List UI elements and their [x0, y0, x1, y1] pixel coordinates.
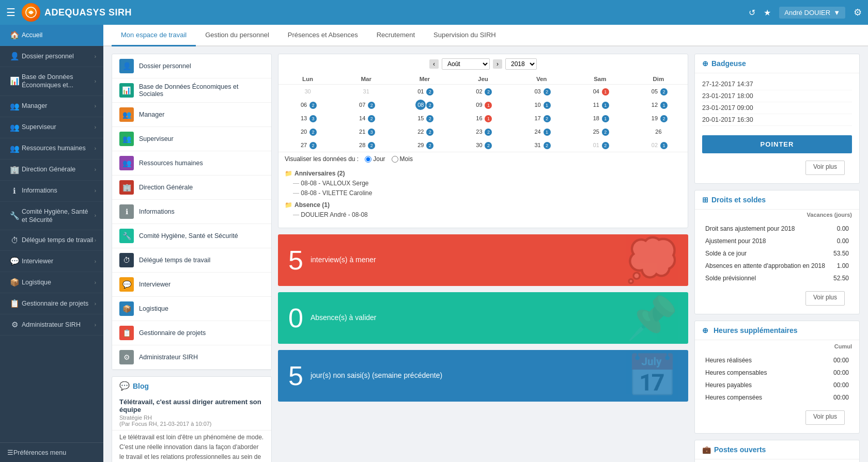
- cal-day[interactable]: 01: [591, 140, 601, 150]
- calendar-month-select[interactable]: Août JanvierFévrierMars AvrilMaiJuin Jui…: [442, 58, 490, 70]
- cal-day[interactable]: 11: [591, 100, 601, 110]
- cal-day[interactable]: 26: [653, 126, 663, 137]
- preferences-menu-button[interactable]: ☰ Préférences menu: [0, 443, 103, 462]
- cal-day[interactable]: 25: [591, 126, 601, 137]
- cal-day[interactable]: 30: [474, 140, 484, 150]
- sidebar-item-ressources[interactable]: 👥 Ressources humaines ›: [0, 138, 103, 160]
- cal-day[interactable]: 23: [474, 126, 484, 137]
- quick-menu-item-interviewer[interactable]: 💬 Interviewer: [112, 273, 271, 297]
- sidebar-item-superviseur[interactable]: 👥 Superviseur ›: [0, 117, 103, 138]
- tab-gestion-personnel[interactable]: Gestion du personnel: [196, 25, 278, 46]
- sidebar-item-manager[interactable]: 👥 Manager ›: [0, 96, 103, 117]
- sidebar-item-dossier-personnel[interactable]: 👤 Dossier personnel ›: [0, 46, 103, 67]
- quick-menu-item-gestionnaire[interactable]: 📋 Gestionnaire de projets: [112, 321, 271, 345]
- cal-day[interactable]: 28: [357, 140, 367, 150]
- cal-day[interactable]: 05: [649, 86, 660, 97]
- calendar-next-button[interactable]: ›: [493, 59, 502, 69]
- star-icon[interactable]: ★: [764, 8, 771, 18]
- quick-menu-item-dg[interactable]: 🏢 Direction Générale: [112, 176, 271, 200]
- quick-menu-item-logistique[interactable]: 📦 Logistique: [112, 297, 271, 321]
- cal-radio-mois[interactable]: Mois: [392, 155, 413, 163]
- user-icon: 👤: [7, 52, 22, 61]
- cal-day[interactable]: 20: [299, 126, 309, 137]
- quick-menu-item-manager[interactable]: 👥 Manager: [112, 103, 271, 127]
- droits-row-value: 0.00: [831, 223, 851, 234]
- sidebar-item-logistique[interactable]: 📦 Logistique ›: [0, 272, 103, 293]
- cal-day[interactable]: 29: [415, 140, 426, 150]
- cal-day[interactable]: 21: [357, 126, 367, 137]
- project-icon: 📋: [7, 299, 22, 308]
- cal-day[interactable]: 19: [649, 113, 660, 123]
- user-menu[interactable]: André DOUIER ▼: [779, 7, 845, 19]
- heures-voir-plus-button[interactable]: Voir plus: [805, 410, 845, 425]
- sidebar-item-base-donnees[interactable]: 📊 Base de Données Économiques et... ›: [0, 67, 103, 96]
- sidebar-item-accueil[interactable]: 🏠 Accueil: [0, 25, 103, 46]
- tab-supervision[interactable]: Supervision du SIRH: [424, 25, 505, 46]
- sidebar-item-interviewer[interactable]: 💬 Interviewer ›: [0, 251, 103, 272]
- sidebar-item-delegue[interactable]: ⏱ Délégué temps de travail ›: [0, 230, 103, 251]
- cal-day[interactable]: 18: [591, 113, 601, 123]
- cal-day[interactable]: 04: [591, 86, 601, 97]
- cal-day-today[interactable]: 08: [415, 100, 426, 110]
- hamburger-menu[interactable]: ☰: [6, 6, 16, 19]
- cal-day[interactable]: 14: [357, 113, 367, 123]
- cal-day[interactable]: 31: [533, 140, 543, 150]
- quick-menu-item-superviseur[interactable]: 👥 Superviseur: [112, 127, 271, 151]
- calendar-year-select[interactable]: 201820172019: [505, 58, 537, 70]
- cal-day[interactable]: 02: [474, 86, 484, 97]
- column-3: ⊕ Badgeuse 27-12-2017 14:37 23-01-2017 1…: [694, 54, 860, 462]
- arrow-icon: ›: [95, 259, 96, 264]
- cal-day[interactable]: 24: [533, 126, 543, 137]
- quick-menu-item-dossier[interactable]: 👤 Dossier personnel: [112, 54, 271, 78]
- history-icon[interactable]: ↺: [749, 8, 755, 18]
- sidebar-item-label: Superviseur: [22, 123, 95, 131]
- sidebar-item-direction[interactable]: 🏢 Direction Générale ›: [0, 160, 103, 181]
- cal-day[interactable]: 06: [299, 100, 309, 110]
- cal-day[interactable]: 22: [415, 126, 426, 137]
- badgeuse-voir-plus-button[interactable]: Voir plus: [805, 161, 845, 175]
- sidebar-item-gestionnaire[interactable]: 📋 Gestionnaire de projets ›: [0, 293, 103, 314]
- cal-badge: 1: [544, 129, 551, 136]
- settings-icon[interactable]: ⚙: [854, 7, 862, 18]
- calendar-prev-button[interactable]: ‹: [429, 59, 439, 69]
- cal-radio-mois-input[interactable]: [392, 156, 398, 163]
- droits-row-value: 52.50: [831, 273, 851, 284]
- tab-espace-travail[interactable]: Mon espace de travail: [112, 25, 196, 46]
- cal-radio-jour[interactable]: Jour: [365, 155, 385, 163]
- sidebar-item-informations[interactable]: ℹ Informations ›: [0, 181, 103, 202]
- cal-day[interactable]: 03: [533, 86, 543, 97]
- cal-day[interactable]: 16: [474, 113, 484, 123]
- stat-tile-jours[interactable]: 5 jour(s) non saisi(s) (semaine précéden…: [278, 350, 688, 402]
- tab-presences[interactable]: Présences et Absences: [278, 25, 367, 46]
- cal-day[interactable]: 17: [533, 113, 543, 123]
- quick-menu-item-infos[interactable]: ℹ Informations: [112, 200, 271, 224]
- cal-day[interactable]: 10: [533, 100, 543, 110]
- cal-day[interactable]: 12: [649, 100, 660, 110]
- quick-menu-item-comite[interactable]: 🔧 Comité Hygiène, Santé et Sécurité: [112, 224, 271, 248]
- quick-menu-item-rh[interactable]: 👥 Ressources humaines: [112, 151, 271, 176]
- sidebar-item-administrateur[interactable]: ⚙ Administrateur SIRH ›: [0, 314, 103, 336]
- cal-day[interactable]: 27: [299, 140, 309, 150]
- cal-day[interactable]: 15: [415, 113, 426, 123]
- quick-access-card: 👤 Dossier personnel 📊 Base de Données Éc…: [112, 54, 272, 370]
- quick-menu-item-delegue[interactable]: ⏱ Délégué temps de travail: [112, 248, 271, 273]
- pointer-button[interactable]: POINTER: [702, 135, 852, 153]
- cal-day[interactable]: 30: [303, 86, 313, 97]
- anniversaires-header[interactable]: 📁 Anniversaires (2): [285, 170, 681, 177]
- stat-tile-interviews[interactable]: 5 interview(s) à mener 💭: [278, 234, 688, 286]
- tab-recrutement[interactable]: Recrutement: [367, 25, 424, 46]
- cal-day[interactable]: 13: [299, 113, 309, 123]
- cal-day[interactable]: 01: [415, 86, 426, 97]
- absences-header[interactable]: 📁 Absence (1): [285, 201, 681, 209]
- quick-menu-item-bdes[interactable]: 📊 Base de Données Économiques et Sociale…: [112, 78, 271, 103]
- cal-day[interactable]: 31: [361, 86, 371, 97]
- cal-badge: 2: [602, 129, 609, 136]
- quick-menu-item-admin[interactable]: ⚙ Administrateur SIRH: [112, 345, 271, 370]
- cal-day[interactable]: 09: [474, 100, 484, 110]
- droits-voir-plus-button[interactable]: Voir plus: [805, 291, 845, 306]
- stat-tile-absences[interactable]: 0 Absence(s) à valider 📌: [278, 292, 688, 344]
- cal-day[interactable]: 02: [649, 140, 660, 150]
- sidebar-item-comite[interactable]: 🔧 Comité Hygiène, Santé et Sécurité ›: [0, 202, 103, 231]
- cal-day[interactable]: 07: [357, 100, 367, 110]
- cal-radio-jour-input[interactable]: [365, 156, 371, 163]
